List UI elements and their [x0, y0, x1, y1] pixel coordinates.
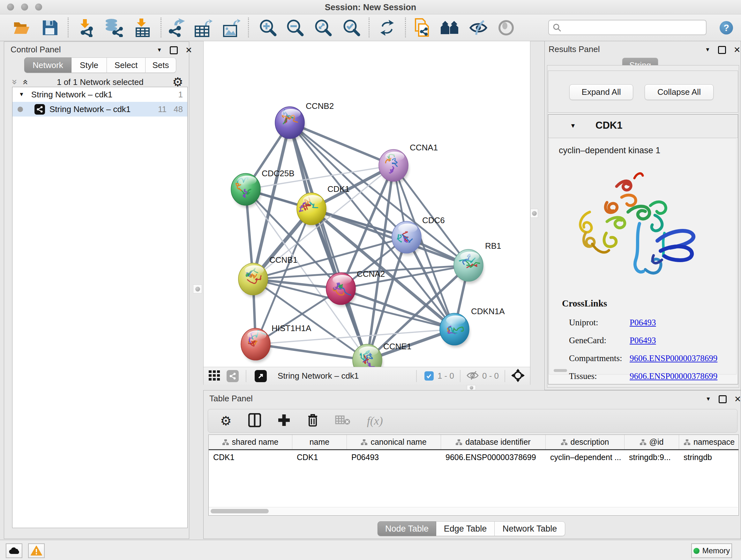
zoom-in-button[interactable] [258, 17, 278, 38]
show-columns-icon[interactable] [248, 413, 261, 428]
column-header-database-identifier[interactable]: database identifier [441, 435, 546, 449]
cloud-status-button[interactable] [6, 543, 22, 558]
network-share-icon[interactable] [226, 370, 239, 382]
node-CDKN1A[interactable] [440, 313, 470, 348]
table-hscrollbar-thumb[interactable] [211, 509, 269, 513]
import-database-button[interactable] [103, 17, 124, 38]
network-options-gear-icon[interactable]: ⚙ [172, 76, 183, 88]
hidden-eye-icon[interactable] [466, 371, 479, 381]
cell-namespace[interactable]: stringdb [679, 450, 739, 464]
open-in-window-icon[interactable] [255, 370, 267, 382]
edge-CCNB2-CCNA1[interactable] [290, 123, 394, 165]
close-panel-icon[interactable]: ✕ [185, 45, 192, 55]
save-session-button[interactable] [40, 17, 60, 38]
add-column-icon[interactable] [278, 414, 290, 428]
selected-checkbox[interactable] [424, 371, 434, 381]
expand-all-button[interactable]: Expand All [569, 84, 633, 100]
column-header-description[interactable]: description [546, 435, 624, 449]
tab-style[interactable]: Style [71, 57, 107, 73]
search-field[interactable] [548, 20, 706, 35]
export-table-button[interactable] [193, 17, 213, 38]
edge-HIST1H1A-CCNE1[interactable] [256, 344, 367, 360]
column-header-name[interactable]: name [292, 435, 347, 449]
tab-network-table[interactable]: Network Table [495, 521, 565, 536]
crosslink-uniprot-link[interactable]: P06493 [630, 318, 656, 327]
node-CCNE1[interactable] [353, 344, 383, 367]
function-builder-icon[interactable]: f(x) [367, 414, 383, 428]
tab-network[interactable]: Network [24, 57, 71, 73]
cell-canonical-name[interactable]: P06493 [347, 450, 441, 464]
collapse-panel-icon[interactable]: ▼ [705, 47, 711, 53]
collapse-all-button[interactable]: Collapse All [645, 84, 714, 100]
tab-edge-table[interactable]: Edge Table [436, 521, 495, 536]
bottom-splitter-handle[interactable] [467, 385, 476, 390]
node-HIST1H1A[interactable] [241, 328, 271, 362]
column-header-shared-name[interactable]: shared name [209, 435, 292, 449]
tab-sets[interactable]: Sets [145, 57, 176, 73]
collapse-panel-icon[interactable]: ▼ [705, 396, 711, 402]
help-button[interactable]: ? [720, 21, 733, 35]
cell-database-identifier[interactable]: 9606.ENSP00000378699 [441, 450, 546, 464]
network-canvas[interactable]: CCNB2CCNA1CDC25BCDK1CDC6RB1CCNB1CCNA2CDK… [204, 41, 530, 367]
table-hscrollbar[interactable] [209, 507, 738, 515]
node-CDC25B[interactable] [231, 173, 261, 207]
left-splitter-handle[interactable] [193, 285, 202, 294]
open-session-button[interactable] [11, 17, 32, 38]
node-CCNA1[interactable] [379, 149, 409, 184]
crosslink-compartments-link[interactable]: 9606.ENSP00000378699 [630, 354, 718, 363]
protein-section: ▼ CDK1 cyclin–dependent kinase 1 CrossLi… [548, 114, 738, 384]
protein-section-header[interactable]: ▼ CDK1 [548, 115, 738, 138]
column-header--id[interactable]: @id [624, 435, 679, 449]
close-panel-icon[interactable]: ✕ [734, 394, 741, 404]
table-options-gear-icon[interactable]: ⚙ [220, 415, 232, 427]
cell-name[interactable]: CDK1 [292, 450, 347, 464]
export-network-button[interactable] [165, 17, 186, 38]
results-scrollbar-thumb[interactable] [554, 369, 567, 372]
cell-shared-name[interactable]: CDK1 [209, 450, 292, 464]
node-CCNA2[interactable] [326, 273, 356, 307]
cell--id[interactable]: stringdb:9... [624, 450, 679, 464]
column-header-namespace[interactable]: namespace [679, 435, 739, 449]
node-CCNB2[interactable] [275, 107, 305, 141]
tab-select[interactable]: Select [107, 57, 145, 73]
tab-node-table[interactable]: Node Table [378, 521, 436, 536]
refresh-layout-button[interactable] [377, 17, 397, 38]
float-panel-icon[interactable] [718, 46, 726, 54]
float-panel-icon[interactable] [170, 46, 178, 54]
section-collapse-icon[interactable]: ▼ [570, 122, 576, 129]
crosslink-genecard-link[interactable]: P06493 [630, 335, 656, 346]
collapse-all-networks-icon[interactable]: » [22, 79, 29, 85]
birdseye-grid-icon[interactable] [209, 370, 220, 382]
warnings-button[interactable] [28, 543, 45, 558]
collapse-panel-icon[interactable]: ▼ [157, 47, 162, 53]
zoom-fit-button[interactable] [313, 17, 333, 38]
table-row[interactable]: CDK1CDK1P064939606.ENSP00000378699cyclin… [209, 450, 738, 464]
copy-network-button[interactable] [412, 17, 432, 38]
cell-description[interactable]: cyclin–dependent ... [546, 450, 624, 464]
search-input[interactable] [561, 23, 696, 32]
node-CDC6[interactable] [392, 221, 422, 255]
zoom-out-button[interactable] [285, 17, 306, 38]
show-hidden-button[interactable] [496, 17, 516, 38]
delete-column-icon[interactable] [307, 413, 319, 428]
memory-button[interactable]: Memory [691, 543, 732, 558]
delete-table-icon[interactable] [335, 415, 350, 427]
close-panel-icon[interactable]: ✕ [734, 45, 741, 55]
import-table-button[interactable] [132, 17, 153, 38]
fit-content-crosshair-icon[interactable] [511, 368, 525, 384]
node-RB1[interactable] [454, 249, 484, 284]
column-header-canonical-name[interactable]: canonical name [347, 435, 441, 449]
right-splitter-handle[interactable] [530, 209, 538, 218]
node-CCNB1[interactable] [239, 263, 268, 297]
network-row-selected[interactable]: String Network – cdk1 11 48 [12, 102, 187, 117]
export-image-button[interactable] [221, 17, 241, 38]
expand-all-networks-icon[interactable]: » [11, 79, 18, 85]
crosslink-tissues-link[interactable]: 9606.ENSP00000378699 [630, 371, 718, 381]
network-collection-row[interactable]: ▼ String Network – cdk1 1 [12, 87, 187, 102]
tree-expand-icon[interactable]: ▼ [19, 91, 24, 98]
float-panel-icon[interactable] [719, 395, 727, 403]
import-network-button[interactable] [76, 17, 97, 38]
home-view-button[interactable] [440, 17, 461, 38]
zoom-selected-button[interactable] [341, 17, 362, 38]
hide-selected-button[interactable] [468, 17, 488, 38]
